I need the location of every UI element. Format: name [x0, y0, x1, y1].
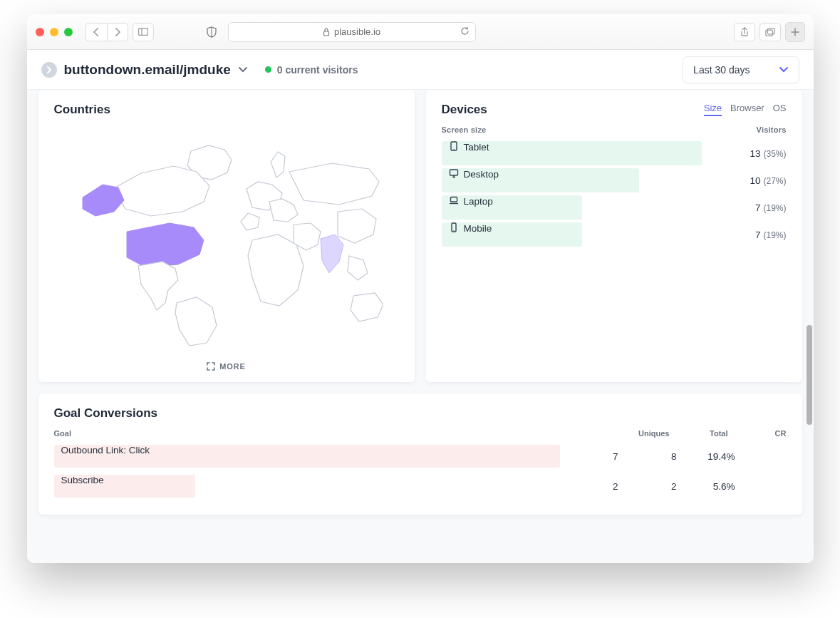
- chevron-down-icon: [779, 66, 789, 73]
- device-label: Mobile: [464, 223, 492, 234]
- plus-icon: [791, 28, 799, 36]
- mobile-icon: [449, 222, 459, 235]
- dashboard-content: Countries: [27, 90, 814, 563]
- goal-row[interactable]: Subscribe225.6%: [54, 473, 787, 499]
- device-value: 7: [755, 230, 761, 240]
- device-value: 13: [750, 148, 760, 159]
- goal-cr: 5.6%: [677, 481, 735, 492]
- devices-card: Size Browser OS Devices Screen size Visi…: [426, 90, 802, 382]
- svg-point-7: [453, 149, 454, 150]
- goals-card: Goal Conversions Goal Uniques Total CR O…: [38, 393, 802, 515]
- chevron-down-icon: [238, 63, 248, 76]
- new-tab-button[interactable]: [785, 22, 805, 42]
- dashboards-back-button[interactable]: [41, 62, 57, 78]
- privacy-shield-button[interactable]: [201, 23, 222, 41]
- device-label: Laptop: [464, 196, 493, 207]
- reload-icon: [460, 26, 470, 36]
- goals-col-total: Total: [670, 429, 728, 438]
- period-label: Last 30 days: [693, 64, 750, 76]
- site-selector[interactable]: buttondown.email/jmduke: [64, 62, 231, 78]
- devices-col-right: Visitors: [757, 125, 787, 134]
- share-button[interactable]: [734, 23, 755, 41]
- svg-rect-3: [323, 31, 328, 36]
- svg-rect-4: [765, 30, 772, 36]
- share-icon: [740, 27, 749, 37]
- device-row[interactable]: Desktop10(27%): [442, 168, 787, 192]
- chevron-right-icon: [114, 28, 121, 36]
- device-pct: (19%): [763, 203, 786, 213]
- goals-col-cr: CR: [728, 429, 787, 438]
- scrollbar[interactable]: [807, 325, 812, 425]
- address-bar-domain: plausible.io: [334, 26, 380, 37]
- device-label: Tablet: [464, 142, 489, 153]
- period-picker[interactable]: Last 30 days: [683, 56, 799, 83]
- safari-toolbar: plausible.io: [27, 14, 814, 50]
- chevron-right-icon: [46, 66, 52, 73]
- devices-col-left: Screen size: [442, 125, 487, 134]
- sidebar-icon: [138, 28, 148, 36]
- device-pct: (27%): [763, 176, 786, 186]
- tab-os[interactable]: OS: [773, 103, 787, 116]
- svg-rect-5: [767, 28, 774, 34]
- device-value: 10: [750, 175, 760, 186]
- shield-icon: [207, 26, 217, 38]
- goal-row[interactable]: Outbound Link: Click7819.4%: [54, 443, 787, 469]
- goal-total: 8: [618, 451, 677, 462]
- goals-title: Goal Conversions: [54, 406, 787, 421]
- countries-more-button[interactable]: MORE: [54, 362, 399, 371]
- device-row[interactable]: Tablet13(35%): [442, 141, 787, 165]
- goal-uniques: 7: [560, 451, 618, 462]
- tabs-icon: [765, 28, 775, 36]
- expand-icon: [207, 362, 215, 371]
- countries-card: Countries: [38, 90, 415, 382]
- tab-browser[interactable]: Browser: [730, 103, 764, 116]
- svg-rect-0: [138, 29, 147, 36]
- device-row[interactable]: Laptop7(19%): [442, 195, 787, 220]
- live-indicator-icon: [265, 66, 271, 73]
- countries-title: Countries: [54, 103, 399, 117]
- close-window-button[interactable]: [36, 28, 44, 36]
- device-label: Desktop: [464, 169, 499, 180]
- svg-rect-8: [450, 170, 457, 175]
- reload-button[interactable]: [460, 26, 470, 38]
- device-pct: (19%): [763, 230, 786, 240]
- current-visitors-label: 0 current visitors: [277, 64, 358, 76]
- goal-total: 2: [618, 481, 677, 492]
- goals-col-goal: Goal: [54, 429, 611, 438]
- goal-label: Outbound Link: Click: [54, 445, 560, 455]
- device-value: 7: [755, 202, 761, 213]
- goal-uniques: 2: [560, 481, 618, 492]
- goal-cr: 19.4%: [677, 451, 735, 462]
- devices-list: Tablet13(35%)Desktop10(27%)Laptop7(19%)M…: [442, 141, 787, 247]
- back-button[interactable]: [85, 23, 107, 41]
- lock-icon: [323, 28, 330, 36]
- goals-list: Outbound Link: Click7819.4%Subscribe225.…: [54, 443, 787, 499]
- goal-label: Subscribe: [54, 475, 560, 485]
- countries-more-label: MORE: [219, 362, 246, 371]
- laptop-icon: [449, 195, 459, 207]
- tablet-icon: [449, 141, 459, 153]
- app-header: buttondown.email/jmduke 0 current visito…: [27, 50, 814, 90]
- goals-col-uniques: Uniques: [611, 429, 670, 438]
- window-controls: [36, 28, 73, 36]
- svg-point-11: [453, 230, 454, 231]
- current-visitors[interactable]: 0 current visitors: [265, 64, 358, 76]
- countries-map[interactable]: [54, 125, 399, 355]
- address-bar[interactable]: plausible.io: [228, 22, 476, 42]
- world-map-svg: [70, 133, 383, 347]
- svg-rect-9: [450, 197, 457, 202]
- desktop-icon: [449, 168, 459, 180]
- forward-button[interactable]: [107, 23, 128, 41]
- maximize-window-button[interactable]: [64, 28, 73, 36]
- tab-size[interactable]: Size: [704, 103, 722, 116]
- devices-tabs: Size Browser OS: [704, 103, 787, 116]
- minimize-window-button[interactable]: [50, 28, 58, 36]
- device-pct: (35%): [763, 149, 786, 159]
- sidebar-toggle-button[interactable]: [133, 23, 154, 41]
- browser-window: plausible.io buttondown.email/jmduke: [27, 14, 814, 563]
- device-row[interactable]: Mobile7(19%): [442, 222, 787, 247]
- chevron-left-icon: [93, 28, 100, 36]
- tabs-button[interactable]: [759, 23, 781, 41]
